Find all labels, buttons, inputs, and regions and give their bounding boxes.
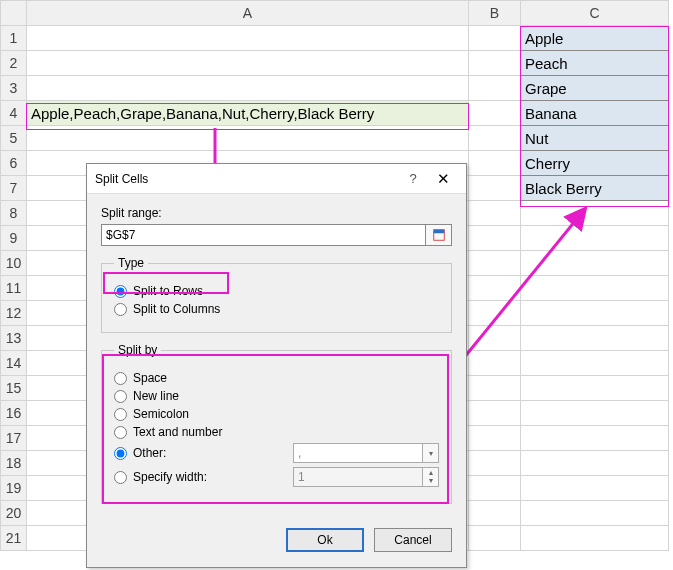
row-header[interactable]: 10 <box>1 251 27 276</box>
split-range-input[interactable] <box>101 224 426 246</box>
row-header[interactable]: 8 <box>1 201 27 226</box>
cell[interactable] <box>469 176 521 201</box>
radio-split-to-rows-input[interactable] <box>114 285 127 298</box>
help-button[interactable]: ? <box>398 171 428 186</box>
cell[interactable] <box>469 151 521 176</box>
row-header[interactable]: 21 <box>1 526 27 551</box>
cell[interactable] <box>27 51 469 76</box>
width-spinner[interactable]: ▴▾ <box>423 467 439 487</box>
radio-text-and-number-input[interactable] <box>114 426 127 439</box>
row-header[interactable]: 18 <box>1 451 27 476</box>
radio-split-to-rows[interactable]: Split to Rows <box>114 284 439 298</box>
radio-semicolon[interactable]: Semicolon <box>114 407 439 421</box>
other-delimiter-input[interactable] <box>293 443 423 463</box>
result-cell[interactable]: Grape <box>521 76 669 101</box>
split-range-label: Split range: <box>101 206 452 220</box>
result-cell[interactable]: Banana <box>521 101 669 126</box>
row-header[interactable]: 3 <box>1 76 27 101</box>
cell[interactable] <box>469 226 521 251</box>
cell[interactable] <box>521 326 669 351</box>
range-picker-button[interactable] <box>426 224 452 246</box>
cell[interactable] <box>27 76 469 101</box>
cancel-button[interactable]: Cancel <box>374 528 452 552</box>
row-header[interactable]: 4 <box>1 101 27 126</box>
cell[interactable] <box>521 351 669 376</box>
cell[interactable] <box>521 276 669 301</box>
cell[interactable] <box>521 501 669 526</box>
cell[interactable] <box>469 526 521 551</box>
row-header[interactable]: 16 <box>1 401 27 426</box>
row-header[interactable]: 5 <box>1 126 27 151</box>
cell[interactable] <box>469 501 521 526</box>
radio-semicolon-input[interactable] <box>114 408 127 421</box>
dialog-titlebar[interactable]: Split Cells ? ✕ <box>87 164 466 194</box>
row-header[interactable]: 19 <box>1 476 27 501</box>
cell[interactable] <box>469 426 521 451</box>
cell[interactable] <box>521 526 669 551</box>
result-cell[interactable]: Nut <box>521 126 669 151</box>
radio-text-and-number[interactable]: Text and number <box>114 425 439 439</box>
cell[interactable] <box>469 351 521 376</box>
close-button[interactable]: ✕ <box>428 170 458 188</box>
cell[interactable] <box>521 301 669 326</box>
cell[interactable] <box>469 276 521 301</box>
cell[interactable] <box>27 26 469 51</box>
result-cell[interactable]: Apple <box>521 26 669 51</box>
cell[interactable] <box>27 126 469 151</box>
row-header[interactable]: 12 <box>1 301 27 326</box>
other-dropdown-button[interactable]: ▾ <box>423 443 439 463</box>
cell[interactable] <box>521 201 669 226</box>
cell[interactable] <box>469 301 521 326</box>
radio-newline-input[interactable] <box>114 390 127 403</box>
radio-width-input[interactable] <box>114 471 127 484</box>
source-cell[interactable]: Apple,Peach,Grape,Banana,Nut,Cherry,Blac… <box>27 101 469 126</box>
row-header[interactable]: 14 <box>1 351 27 376</box>
radio-newline[interactable]: New line <box>114 389 439 403</box>
radio-space-input[interactable] <box>114 372 127 385</box>
row-header[interactable]: 1 <box>1 26 27 51</box>
cell[interactable] <box>521 401 669 426</box>
cell[interactable] <box>521 251 669 276</box>
cell[interactable] <box>521 376 669 401</box>
row-header[interactable]: 7 <box>1 176 27 201</box>
cell[interactable] <box>469 251 521 276</box>
cell[interactable] <box>469 376 521 401</box>
corner-cell[interactable] <box>1 1 27 26</box>
row-header[interactable]: 20 <box>1 501 27 526</box>
row-header[interactable]: 2 <box>1 51 27 76</box>
col-header-a[interactable]: A <box>27 1 469 26</box>
cell[interactable] <box>521 476 669 501</box>
row-header[interactable]: 11 <box>1 276 27 301</box>
cell[interactable] <box>469 201 521 226</box>
cell[interactable] <box>469 451 521 476</box>
radio-split-to-columns[interactable]: Split to Columns <box>114 302 439 316</box>
radio-other-input[interactable] <box>114 447 127 460</box>
col-header-c[interactable]: C <box>521 1 669 26</box>
col-header-b[interactable]: B <box>469 1 521 26</box>
cell[interactable] <box>469 476 521 501</box>
cell[interactable] <box>469 26 521 51</box>
cell[interactable] <box>469 401 521 426</box>
row-header[interactable]: 6 <box>1 151 27 176</box>
radio-split-to-rows-label: Split to Rows <box>133 284 203 298</box>
row-header[interactable]: 9 <box>1 226 27 251</box>
result-cell[interactable]: Black Berry <box>521 176 669 201</box>
width-input <box>293 467 423 487</box>
cell[interactable] <box>469 326 521 351</box>
row-header[interactable]: 15 <box>1 376 27 401</box>
ok-button[interactable]: Ok <box>286 528 364 552</box>
cell[interactable] <box>521 426 669 451</box>
cell[interactable] <box>521 451 669 476</box>
split-by-group: Split by Space New line Semicolon Text a… <box>101 343 452 504</box>
cell[interactable] <box>469 126 521 151</box>
row-header[interactable]: 17 <box>1 426 27 451</box>
result-cell[interactable]: Cherry <box>521 151 669 176</box>
cell[interactable] <box>469 51 521 76</box>
radio-space[interactable]: Space <box>114 371 439 385</box>
cell[interactable] <box>469 101 521 126</box>
cell[interactable] <box>521 226 669 251</box>
result-cell[interactable]: Peach <box>521 51 669 76</box>
cell[interactable] <box>469 76 521 101</box>
radio-split-to-columns-input[interactable] <box>114 303 127 316</box>
row-header[interactable]: 13 <box>1 326 27 351</box>
